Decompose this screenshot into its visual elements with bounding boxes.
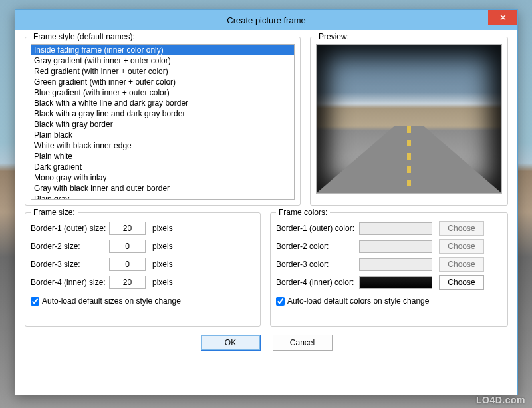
frame-style-item[interactable]: Gray gradient (with inner + outer color) xyxy=(31,55,294,66)
frame-style-item[interactable]: Black with gray border xyxy=(31,119,294,130)
preview-legend: Preview: xyxy=(316,32,352,41)
watermark-text: LO4D.com xyxy=(476,395,525,405)
frame-color-row: Border-4 (inner) color:Choose xyxy=(276,274,502,291)
border-size-label: Border-1 (outer) size: xyxy=(31,224,109,233)
border-color-label: Border-2 color: xyxy=(276,242,359,251)
border-size-label: Border-2 size: xyxy=(31,242,109,251)
frame-style-item[interactable]: Green gradient (with inner + outer color… xyxy=(31,77,294,87)
frame-size-legend: Frame size: xyxy=(31,208,78,217)
frame-style-item[interactable]: Black with a white line and dark gray bo… xyxy=(31,98,294,108)
frame-style-group: Frame style (default names): Inside fadi… xyxy=(25,37,301,206)
frame-colors-group: Frame colors: Border-1 (outer) color:Cho… xyxy=(270,212,508,327)
border-size-input[interactable] xyxy=(109,240,146,253)
window-title: Create picture frame xyxy=(227,15,306,25)
auto-load-colors-checkbox[interactable] xyxy=(276,297,285,306)
color-swatch xyxy=(359,276,432,289)
choose-color-button[interactable]: Choose xyxy=(439,221,484,236)
choose-color-button[interactable]: Choose xyxy=(439,275,484,290)
frame-style-item[interactable]: Plain white xyxy=(31,151,294,162)
frame-style-item[interactable]: Mono gray with inlay xyxy=(31,172,294,183)
border-size-input[interactable] xyxy=(109,222,146,235)
frame-colors-legend: Frame colors: xyxy=(276,208,330,217)
frame-size-group: Frame size: Border-1 (outer) size:pixels… xyxy=(25,212,261,327)
unit-label: pixels xyxy=(152,260,173,269)
frame-style-item[interactable]: Black with a gray line and dark gray bor… xyxy=(31,108,294,119)
close-icon: ✕ xyxy=(499,13,507,22)
frame-color-row: Border-3 color:Choose xyxy=(276,256,502,273)
unit-label: pixels xyxy=(152,224,173,233)
border-size-input[interactable] xyxy=(109,276,146,289)
frame-style-item[interactable]: Plain gray xyxy=(31,194,294,200)
border-color-label: Border-1 (outer) color: xyxy=(276,224,359,233)
preview-image xyxy=(316,44,502,194)
frame-color-row: Border-1 (outer) color:Choose xyxy=(276,220,502,237)
color-swatch xyxy=(359,222,432,235)
frame-size-row: Border-3 size:pixels xyxy=(31,256,255,273)
ok-button[interactable]: OK xyxy=(201,335,261,351)
color-swatch xyxy=(359,240,432,253)
border-size-label: Border-4 (inner) size: xyxy=(31,278,109,287)
frame-style-item[interactable]: Dark gradient xyxy=(31,162,294,172)
frame-style-item[interactable]: Plain black xyxy=(31,130,294,140)
border-color-label: Border-4 (inner) color: xyxy=(276,278,359,287)
auto-load-colors-label[interactable]: Auto-load default colors on style change xyxy=(287,296,429,306)
choose-color-button[interactable]: Choose xyxy=(439,239,484,254)
frame-style-legend: Frame style (default names): xyxy=(31,32,138,41)
border-color-label: Border-3 color: xyxy=(276,260,359,269)
frame-style-item[interactable]: Inside fading frame (inner color only) xyxy=(31,45,294,55)
frame-style-item[interactable]: White with black inner edge xyxy=(31,140,294,151)
frame-style-item[interactable]: Blue gradient (with inner + outer color) xyxy=(31,87,294,98)
titlebar: Create picture frame ✕ xyxy=(15,10,517,30)
frame-size-row: Border-1 (outer) size:pixels xyxy=(31,220,255,237)
border-size-label: Border-3 size: xyxy=(31,260,109,269)
preview-group: Preview: xyxy=(310,37,508,206)
auto-load-sizes-label[interactable]: Auto-load default sizes on style change xyxy=(42,296,181,306)
unit-label: pixels xyxy=(152,278,173,287)
dialog-body: Frame style (default names): Inside fadi… xyxy=(15,30,517,395)
frame-style-item[interactable]: Gray with black inner and outer border xyxy=(31,183,294,194)
unit-label: pixels xyxy=(152,242,173,251)
frame-color-row: Border-2 color:Choose xyxy=(276,238,502,255)
color-swatch xyxy=(359,258,432,271)
create-picture-frame-dialog: Create picture frame ✕ Frame style (defa… xyxy=(15,9,518,395)
close-button[interactable]: ✕ xyxy=(488,10,517,25)
auto-load-sizes-checkbox[interactable] xyxy=(31,297,39,306)
frame-size-row: Border-2 size:pixels xyxy=(31,238,255,255)
frame-style-item[interactable]: Red gradient (with inner + outer color) xyxy=(31,66,294,77)
frame-style-listbox[interactable]: Inside fading frame (inner color only)Gr… xyxy=(31,44,295,200)
border-size-input[interactable] xyxy=(109,258,146,271)
choose-color-button[interactable]: Choose xyxy=(439,257,484,272)
frame-size-row: Border-4 (inner) size:pixels xyxy=(31,274,255,291)
cancel-button[interactable]: Cancel xyxy=(273,335,332,351)
